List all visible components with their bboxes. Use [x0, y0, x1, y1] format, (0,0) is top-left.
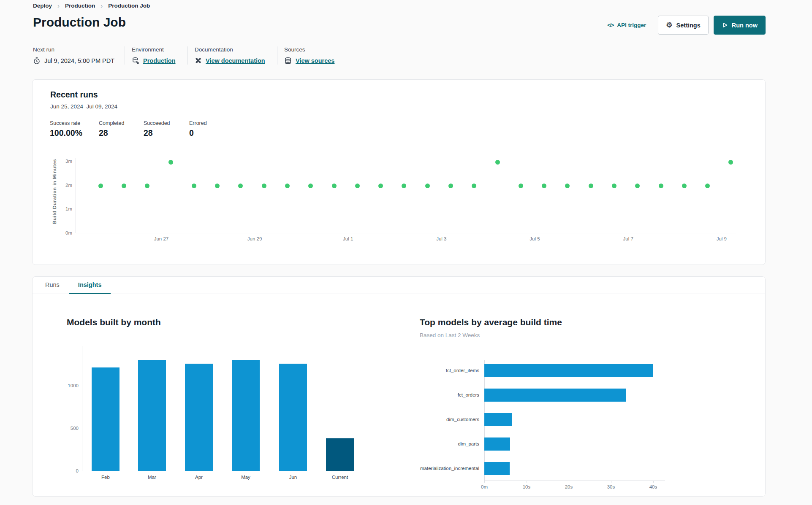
- run-data-point[interactable]: [728, 160, 733, 165]
- model-bar-dim_parts[interactable]: [484, 437, 510, 451]
- run-data-point[interactable]: [285, 184, 290, 188]
- col-x-axis-line: [82, 471, 377, 471]
- header-actions: </> API trigger ⚙ Settings Run now: [607, 16, 766, 35]
- run-data-point[interactable]: [542, 184, 546, 188]
- run-data-point[interactable]: [635, 184, 640, 188]
- api-trigger-label: API trigger: [617, 22, 646, 28]
- run-data-point[interactable]: [332, 184, 337, 188]
- meta-documentation: DocumentationView documentation: [195, 46, 277, 65]
- run-data-point[interactable]: [659, 184, 663, 188]
- hbar-x-tick-label: 0m: [474, 484, 495, 489]
- month-label: Jun: [274, 475, 312, 480]
- meta-link-text[interactable]: Production: [143, 57, 176, 64]
- models-by-month-title: Models built by month: [67, 317, 161, 327]
- run-data-point[interactable]: [402, 184, 406, 188]
- insights-card: RunsInsights Models built by month 05001…: [32, 276, 766, 497]
- tab-insights[interactable]: Insights: [69, 277, 111, 294]
- run-data-point[interactable]: [145, 184, 149, 188]
- run-data-point[interactable]: [682, 184, 687, 188]
- tab-bar: RunsInsights: [33, 277, 765, 294]
- model-bar-fct_order_items[interactable]: [484, 364, 653, 377]
- settings-button[interactable]: ⚙ Settings: [658, 16, 708, 35]
- run-data-point[interactable]: [192, 184, 196, 188]
- run-data-point[interactable]: [705, 184, 710, 188]
- col-y-axis-line: [82, 346, 82, 471]
- code-icon: </>: [607, 22, 614, 28]
- top-models-title: Top models by average build time: [420, 317, 562, 327]
- month-bar-feb[interactable]: [92, 367, 119, 471]
- breadcrumb-item-deploy[interactable]: Deploy: [33, 3, 52, 9]
- model-bar-dim_customers[interactable]: [484, 413, 512, 426]
- run-data-point[interactable]: [589, 184, 593, 188]
- meta-label: Sources: [284, 46, 334, 53]
- run-data-point[interactable]: [238, 184, 243, 188]
- breadcrumb-chevron-icon: ›: [57, 2, 60, 9]
- model-bar-fct_orders[interactable]: [484, 389, 626, 402]
- breadcrumb-chevron-icon: ›: [100, 2, 103, 9]
- api-trigger-link[interactable]: </> API trigger: [607, 22, 646, 28]
- run-data-point[interactable]: [98, 184, 103, 188]
- x-tick-label: Jul 1: [335, 236, 361, 241]
- y-tick-label: 1m: [57, 206, 72, 211]
- month-label: May: [227, 475, 265, 480]
- hbar-x-tick-label: 30s: [600, 484, 622, 489]
- meta-link-text[interactable]: View sources: [296, 57, 334, 64]
- build-duration-chart: Build Duration in Minutes0m1m2m3mJun 27J…: [33, 80, 765, 265]
- hbar-x-tick-mark: [527, 481, 527, 483]
- settings-button-label: Settings: [676, 22, 701, 29]
- run-now-button[interactable]: Run now: [714, 16, 766, 35]
- meta-value-text: Jul 9, 2024, 5:00 PM PDT: [44, 57, 114, 64]
- col-y-tick-label: 0: [62, 468, 79, 473]
- run-data-point[interactable]: [448, 184, 453, 188]
- meta-link-text[interactable]: View documentation: [206, 57, 265, 64]
- x-tick-label: Jul 9: [709, 236, 734, 241]
- month-label: Apr: [180, 475, 218, 480]
- meta-value: View documentation: [195, 57, 268, 64]
- run-data-point[interactable]: [168, 160, 173, 165]
- run-data-point[interactable]: [495, 160, 500, 165]
- models-by-month-chart: 05001000FebMarAprMayJunCurrent: [33, 277, 765, 496]
- month-bar-jun[interactable]: [279, 364, 307, 471]
- hbar-x-tick-mark: [653, 481, 654, 483]
- model-label: dim_parts: [366, 441, 479, 446]
- col-y-tick-label: 1000: [62, 383, 79, 388]
- run-data-point[interactable]: [425, 184, 430, 188]
- tab-runs[interactable]: Runs: [36, 277, 69, 294]
- meta-next-run: Next runJul 9, 2024, 5:00 PM PDT: [33, 46, 125, 65]
- model-bar-materialization_incremental[interactable]: [484, 462, 510, 475]
- x-tick-label: Jul 7: [616, 236, 641, 241]
- meta-environment: EnvironmentProduction: [132, 46, 188, 65]
- recent-runs-card: Recent runs Jun 25, 2024–Jul 09, 2024 Su…: [32, 79, 766, 265]
- run-data-point[interactable]: [355, 184, 360, 188]
- run-data-point[interactable]: [215, 184, 220, 188]
- y-axis-label: Build Duration in Minutes: [52, 159, 57, 224]
- model-label: fct_orders: [366, 392, 479, 397]
- x-tick-label: Jul 5: [522, 236, 548, 241]
- hbar-x-tick-label: 40s: [643, 484, 664, 489]
- y-tick-label: 0m: [57, 230, 72, 235]
- run-data-point[interactable]: [308, 184, 313, 188]
- run-data-point[interactable]: [262, 184, 266, 188]
- month-bar-current[interactable]: [326, 438, 354, 471]
- play-icon: [722, 22, 728, 28]
- model-label: dim_customers: [366, 417, 479, 422]
- model-label: fct_order_items: [366, 368, 479, 373]
- breadcrumb-item-production[interactable]: Production: [65, 3, 95, 9]
- run-data-point[interactable]: [122, 184, 126, 188]
- breadcrumb-item-production-job: Production Job: [108, 3, 150, 9]
- month-bar-mar[interactable]: [138, 360, 166, 471]
- run-data-point[interactable]: [519, 184, 523, 188]
- run-data-point[interactable]: [378, 184, 383, 188]
- run-data-point[interactable]: [565, 184, 570, 188]
- sources-icon: [284, 57, 292, 65]
- run-data-point[interactable]: [472, 184, 476, 188]
- x-tick-label: Jun 29: [242, 236, 267, 241]
- month-bar-apr[interactable]: [185, 364, 213, 471]
- month-bar-may[interactable]: [232, 360, 260, 471]
- x-tick-label: Jun 27: [149, 236, 174, 241]
- run-data-point[interactable]: [612, 184, 616, 188]
- dbt-icon: [195, 57, 202, 64]
- clock-icon: [33, 57, 41, 65]
- meta-label: Environment: [132, 46, 178, 53]
- run-now-button-label: Run now: [732, 22, 758, 29]
